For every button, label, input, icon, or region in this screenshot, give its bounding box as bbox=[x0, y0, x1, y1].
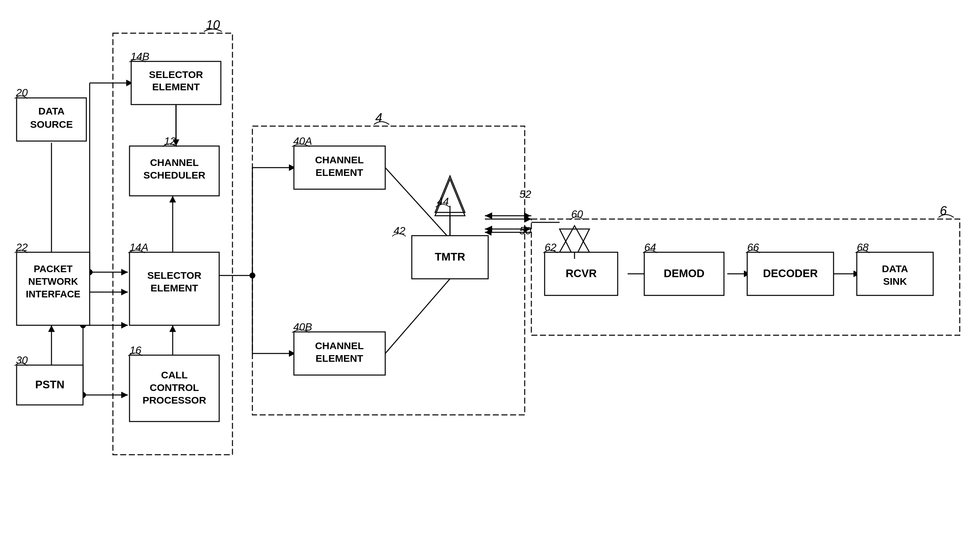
label-pni-2: NETWORK bbox=[28, 276, 78, 287]
label-datasink-2: SINK bbox=[883, 276, 907, 287]
label-chea-1: CHANNEL bbox=[315, 154, 364, 165]
label-sela-2: ELEMENT bbox=[150, 282, 198, 294]
label-cheb-1: CHANNEL bbox=[315, 340, 364, 351]
diagram-svg: 10 4 6 bbox=[0, 0, 980, 541]
label-pstn: PSTN bbox=[35, 378, 64, 391]
label-tmtr: TMTR bbox=[435, 251, 465, 263]
line-che-b-to-tmtr bbox=[385, 279, 450, 354]
label-selb-1: SELECTOR bbox=[149, 69, 203, 80]
label-data-source-2: SOURCE bbox=[30, 119, 73, 130]
ref-label-40b: 40B bbox=[293, 321, 312, 333]
label-data-source-1: DATA bbox=[38, 106, 65, 116]
label-rcvr: RCVR bbox=[566, 267, 597, 279]
arrow-sched-up bbox=[169, 196, 176, 203]
ref-label-40a: 40A bbox=[293, 135, 312, 147]
label-chea-2: ELEMENT bbox=[315, 167, 363, 178]
label-ccp-1: CALL bbox=[161, 370, 188, 380]
label-sela-1: SELECTOR bbox=[148, 270, 202, 281]
label-selb-2: ELEMENT bbox=[152, 81, 200, 92]
label-decoder: DECODER bbox=[763, 267, 818, 279]
label-cheb-2: ELEMENT bbox=[315, 353, 363, 364]
label-pni-1: PACKET bbox=[33, 263, 72, 274]
ref-label-52: 52 bbox=[519, 188, 531, 200]
arrow-pni-to-sel-a-top bbox=[121, 269, 128, 276]
label-ccp-3: PROCESSOR bbox=[142, 395, 206, 406]
diagram-container: 10 4 6 bbox=[0, 0, 980, 541]
arrow-pni-to-sel-a-mid bbox=[121, 289, 128, 295]
arrow-pstn-to-pni bbox=[48, 325, 55, 332]
ref-label-30: 30 bbox=[16, 354, 28, 366]
label-datasink-1: DATA bbox=[882, 263, 908, 274]
label-sched-1: CHANNEL bbox=[150, 157, 199, 168]
arrow-pstn-to-ccp bbox=[121, 392, 128, 398]
label-ccp-2: CONTROL bbox=[150, 382, 199, 393]
label-pni-3: INTERFACE bbox=[26, 289, 80, 299]
ref-label-22: 22 bbox=[16, 241, 28, 253]
arrow-52-left bbox=[485, 213, 492, 219]
ref-label-14b: 14B bbox=[130, 51, 150, 62]
label-demod: DEMOD bbox=[664, 267, 705, 279]
label-sched-2: SCHEDULER bbox=[143, 170, 205, 181]
ref-label-14a: 14A bbox=[129, 241, 148, 253]
arrow-ccp-to-sela bbox=[169, 325, 176, 332]
arrow-pni-to-sela-bottom bbox=[121, 322, 128, 328]
